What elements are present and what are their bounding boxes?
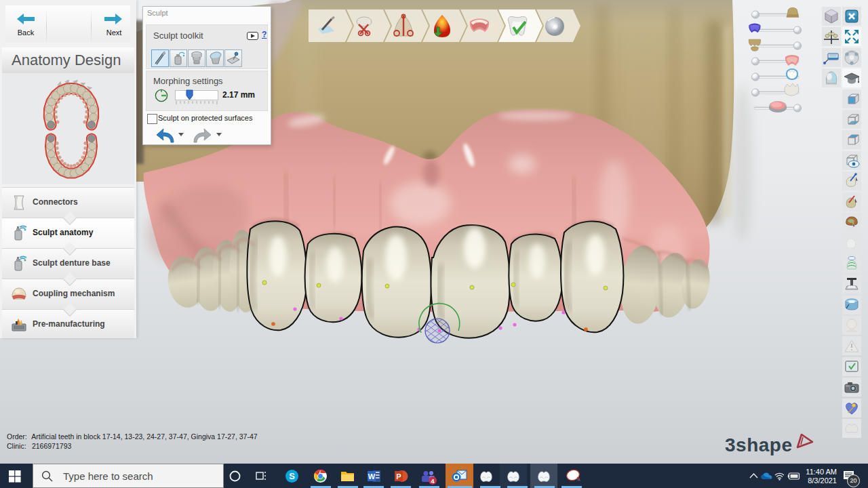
svg-text:P: P bbox=[396, 472, 401, 481]
svg-text:4: 4 bbox=[431, 477, 435, 485]
svg-text:S: S bbox=[289, 471, 295, 481]
svg-text:W: W bbox=[368, 472, 376, 481]
